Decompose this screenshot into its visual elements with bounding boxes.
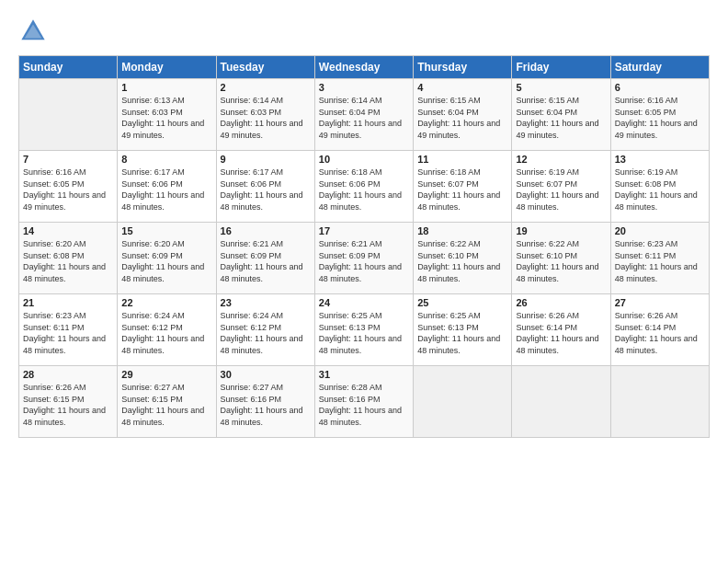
- header-tuesday: Tuesday: [216, 56, 314, 79]
- logo: [18, 17, 53, 46]
- day-cell: 10Sunrise: 6:18 AMSunset: 6:06 PMDayligh…: [314, 151, 413, 223]
- week-row-2: 7Sunrise: 6:16 AMSunset: 6:05 PMDaylight…: [19, 151, 710, 223]
- day-info: Sunrise: 6:27 AMSunset: 6:16 PMDaylight:…: [221, 382, 311, 428]
- day-cell: 3Sunrise: 6:14 AMSunset: 6:04 PMDaylight…: [314, 79, 413, 151]
- day-number: 29: [121, 369, 211, 380]
- day-info: Sunrise: 6:20 AMSunset: 6:08 PMDaylight:…: [23, 238, 113, 284]
- header-sunday: Sunday: [19, 56, 118, 79]
- day-cell: 15Sunrise: 6:20 AMSunset: 6:09 PMDayligh…: [118, 223, 216, 294]
- day-cell: 13Sunrise: 6:19 AMSunset: 6:08 PMDayligh…: [610, 151, 709, 223]
- day-cell: 24Sunrise: 6:25 AMSunset: 6:13 PMDayligh…: [314, 294, 413, 366]
- day-number: 26: [516, 297, 606, 308]
- header-wednesday: Wednesday: [314, 56, 413, 79]
- day-info: Sunrise: 6:21 AMSunset: 6:09 PMDaylight:…: [221, 238, 311, 284]
- calendar-table: SundayMondayTuesdayWednesdayThursdayFrid…: [18, 55, 710, 438]
- day-number: 8: [121, 154, 211, 165]
- day-cell: [610, 366, 709, 438]
- calendar-header-row: SundayMondayTuesdayWednesdayThursdayFrid…: [19, 56, 710, 79]
- day-cell: 22Sunrise: 6:24 AMSunset: 6:12 PMDayligh…: [118, 294, 216, 366]
- day-info: Sunrise: 6:17 AMSunset: 6:06 PMDaylight:…: [121, 167, 211, 213]
- day-cell: 26Sunrise: 6:26 AMSunset: 6:14 PMDayligh…: [512, 294, 610, 366]
- day-number: 18: [417, 225, 507, 236]
- day-info: Sunrise: 6:14 AMSunset: 6:03 PMDaylight:…: [221, 95, 311, 141]
- day-number: 15: [121, 225, 211, 236]
- day-cell: 29Sunrise: 6:27 AMSunset: 6:15 PMDayligh…: [118, 366, 216, 438]
- header-thursday: Thursday: [414, 56, 512, 79]
- day-info: Sunrise: 6:26 AMSunset: 6:14 PMDaylight:…: [516, 310, 606, 356]
- day-number: 23: [221, 297, 311, 308]
- header-monday: Monday: [118, 56, 216, 79]
- day-info: Sunrise: 6:19 AMSunset: 6:07 PMDaylight:…: [516, 167, 606, 213]
- day-number: 4: [417, 82, 507, 93]
- day-number: 19: [516, 225, 606, 236]
- day-number: 5: [516, 82, 606, 93]
- day-number: 12: [516, 154, 606, 165]
- day-number: 20: [615, 225, 705, 236]
- header: [18, 17, 710, 46]
- day-cell: 1Sunrise: 6:13 AMSunset: 6:03 PMDaylight…: [118, 79, 216, 151]
- day-cell: 31Sunrise: 6:28 AMSunset: 6:16 PMDayligh…: [314, 366, 413, 438]
- day-info: Sunrise: 6:16 AMSunset: 6:05 PMDaylight:…: [615, 95, 705, 141]
- week-row-5: 28Sunrise: 6:26 AMSunset: 6:15 PMDayligh…: [19, 366, 710, 438]
- day-cell: 18Sunrise: 6:22 AMSunset: 6:10 PMDayligh…: [414, 223, 512, 294]
- day-cell: 28Sunrise: 6:26 AMSunset: 6:15 PMDayligh…: [19, 366, 118, 438]
- day-number: 21: [23, 297, 113, 308]
- day-info: Sunrise: 6:20 AMSunset: 6:09 PMDaylight:…: [121, 238, 211, 284]
- day-number: 11: [417, 154, 507, 165]
- day-info: Sunrise: 6:15 AMSunset: 6:04 PMDaylight:…: [516, 95, 606, 141]
- day-info: Sunrise: 6:18 AMSunset: 6:06 PMDaylight:…: [319, 167, 409, 213]
- header-friday: Friday: [512, 56, 610, 79]
- day-cell: 16Sunrise: 6:21 AMSunset: 6:09 PMDayligh…: [216, 223, 314, 294]
- week-row-1: 1Sunrise: 6:13 AMSunset: 6:03 PMDaylight…: [19, 79, 710, 151]
- day-info: Sunrise: 6:19 AMSunset: 6:08 PMDaylight:…: [615, 167, 705, 213]
- day-number: 10: [319, 154, 409, 165]
- day-cell: 20Sunrise: 6:23 AMSunset: 6:11 PMDayligh…: [610, 223, 709, 294]
- week-row-3: 14Sunrise: 6:20 AMSunset: 6:08 PMDayligh…: [19, 223, 710, 294]
- day-number: 22: [121, 297, 211, 308]
- day-cell: 2Sunrise: 6:14 AMSunset: 6:03 PMDaylight…: [216, 79, 314, 151]
- day-cell: 19Sunrise: 6:22 AMSunset: 6:10 PMDayligh…: [512, 223, 610, 294]
- day-cell: 5Sunrise: 6:15 AMSunset: 6:04 PMDaylight…: [512, 79, 610, 151]
- day-info: Sunrise: 6:17 AMSunset: 6:06 PMDaylight:…: [221, 167, 311, 213]
- day-info: Sunrise: 6:18 AMSunset: 6:07 PMDaylight:…: [417, 167, 507, 213]
- day-info: Sunrise: 6:21 AMSunset: 6:09 PMDaylight:…: [319, 238, 409, 284]
- day-info: Sunrise: 6:24 AMSunset: 6:12 PMDaylight:…: [121, 310, 211, 356]
- day-info: Sunrise: 6:27 AMSunset: 6:15 PMDaylight:…: [121, 382, 211, 428]
- day-number: 14: [23, 225, 113, 236]
- day-info: Sunrise: 6:14 AMSunset: 6:04 PMDaylight:…: [319, 95, 409, 141]
- day-number: 13: [615, 154, 705, 165]
- day-number: 28: [23, 369, 113, 380]
- day-info: Sunrise: 6:13 AMSunset: 6:03 PMDaylight:…: [121, 95, 211, 141]
- day-cell: 4Sunrise: 6:15 AMSunset: 6:04 PMDaylight…: [414, 79, 512, 151]
- day-info: Sunrise: 6:26 AMSunset: 6:15 PMDaylight:…: [23, 382, 113, 428]
- day-cell: 7Sunrise: 6:16 AMSunset: 6:05 PMDaylight…: [19, 151, 118, 223]
- day-number: 2: [221, 82, 311, 93]
- day-number: 6: [615, 82, 705, 93]
- day-number: 24: [319, 297, 409, 308]
- day-info: Sunrise: 6:23 AMSunset: 6:11 PMDaylight:…: [615, 238, 705, 284]
- header-saturday: Saturday: [610, 56, 709, 79]
- day-cell: [19, 79, 118, 151]
- day-number: 3: [319, 82, 409, 93]
- day-cell: [512, 366, 610, 438]
- day-number: 17: [319, 225, 409, 236]
- day-info: Sunrise: 6:15 AMSunset: 6:04 PMDaylight:…: [417, 95, 507, 141]
- day-number: 16: [221, 225, 311, 236]
- day-cell: [414, 366, 512, 438]
- day-info: Sunrise: 6:28 AMSunset: 6:16 PMDaylight:…: [319, 382, 409, 428]
- day-number: 30: [221, 369, 311, 380]
- day-number: 7: [23, 154, 113, 165]
- day-cell: 14Sunrise: 6:20 AMSunset: 6:08 PMDayligh…: [19, 223, 118, 294]
- day-number: 9: [221, 154, 311, 165]
- day-info: Sunrise: 6:26 AMSunset: 6:14 PMDaylight:…: [615, 310, 705, 356]
- day-info: Sunrise: 6:23 AMSunset: 6:11 PMDaylight:…: [23, 310, 113, 356]
- day-cell: 25Sunrise: 6:25 AMSunset: 6:13 PMDayligh…: [414, 294, 512, 366]
- page: SundayMondayTuesdayWednesdayThursdayFrid…: [0, 0, 728, 563]
- day-info: Sunrise: 6:22 AMSunset: 6:10 PMDaylight:…: [417, 238, 507, 284]
- day-number: 25: [417, 297, 507, 308]
- day-cell: 9Sunrise: 6:17 AMSunset: 6:06 PMDaylight…: [216, 151, 314, 223]
- day-info: Sunrise: 6:16 AMSunset: 6:05 PMDaylight:…: [23, 167, 113, 213]
- day-cell: 23Sunrise: 6:24 AMSunset: 6:12 PMDayligh…: [216, 294, 314, 366]
- day-info: Sunrise: 6:22 AMSunset: 6:10 PMDaylight:…: [516, 238, 606, 284]
- day-number: 1: [121, 82, 211, 93]
